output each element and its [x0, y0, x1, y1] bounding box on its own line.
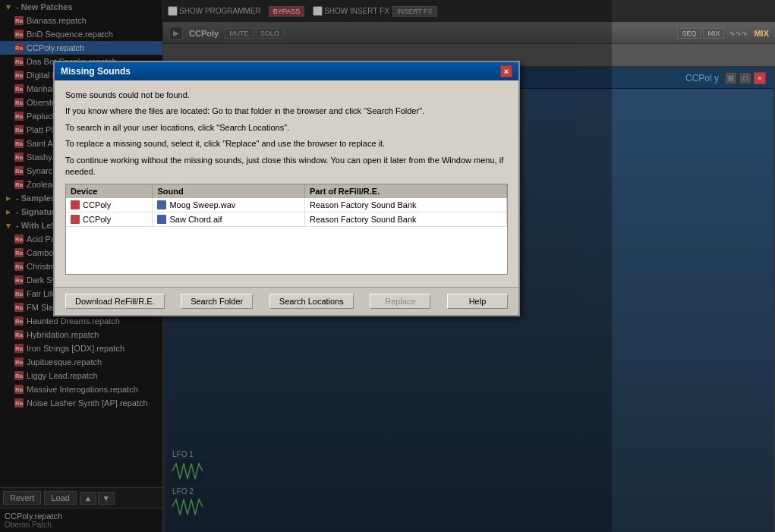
replace-button[interactable]: Replace — [370, 294, 430, 309]
device-icon — [71, 215, 80, 224]
row2-sound: Saw Chord.aif — [153, 212, 305, 227]
row2-device-name: CCPoly — [83, 215, 111, 224]
sound-icon — [157, 200, 166, 209]
oberon-btn2[interactable]: □ — [739, 72, 751, 84]
sound-icon — [157, 215, 166, 224]
row1-device-name: CCPoly — [83, 200, 111, 209]
oberon-patch-display: CCPol y — [685, 73, 719, 83]
mix-button[interactable]: MIX — [703, 28, 724, 39]
dialog-title: Missing Sounds — [61, 66, 131, 77]
oberon-btn1[interactable]: ⊟ — [725, 72, 737, 84]
seq-button[interactable]: SEQ — [677, 28, 701, 39]
dialog-message2: If you know where the files are located:… — [65, 105, 508, 117]
row1-refill: Reason Factory Sound Bank — [304, 198, 506, 212]
table-row[interactable]: CCPoly Moog Sweep.wav Reason Factory Sou… — [66, 198, 507, 212]
search-folder-button[interactable]: Search Folder — [181, 294, 253, 309]
table-row[interactable]: CCPoly Saw Chord.aif Reason Factory Soun… — [66, 212, 507, 227]
dialog-message4: To replace a missing sound, select it, c… — [65, 138, 508, 150]
search-locations-button[interactable]: Search Locations — [269, 294, 354, 309]
dialog-body: Some sounds could not be found. If you k… — [55, 80, 518, 287]
row1-sound-name: Moog Sweep.wav — [169, 200, 235, 209]
help-button[interactable]: Help — [447, 294, 508, 309]
missing-sounds-dialog: Missing Sounds × Some sounds could not b… — [53, 61, 520, 316]
col-refill: Part of ReFill/R.E. — [304, 184, 506, 198]
oberon-close-btn[interactable]: × — [754, 72, 766, 84]
row1-device: CCPoly — [66, 198, 153, 212]
waveform-display: ∿∿∿ — [729, 30, 748, 37]
dialog-message5: To continue working without the missing … — [65, 155, 508, 178]
dialog-message3: To search in all your user locations, cl… — [65, 122, 508, 134]
dialog-message1: Some sounds could not be found. — [65, 90, 508, 101]
device-icon — [71, 200, 80, 209]
dialog-titlebar: Missing Sounds × — [55, 62, 518, 80]
row2-sound-name: Saw Chord.aif — [169, 215, 222, 224]
col-device: Device — [66, 184, 153, 198]
row1-sound: Moog Sweep.wav — [153, 198, 305, 212]
dialog-table-container: Device Sound Part of ReFill/R.E. CCPoly — [65, 184, 508, 275]
mix-label-right: MIX — [754, 29, 769, 38]
dialog-footer: Download ReFill/R.E. Search Folder Searc… — [55, 287, 518, 315]
dialog-close-button[interactable]: × — [500, 65, 512, 77]
row2-refill: Reason Factory Sound Bank — [304, 212, 506, 227]
col-sound: Sound — [153, 184, 305, 198]
download-refill-button[interactable]: Download ReFill/R.E. — [65, 294, 165, 309]
sounds-table: Device Sound Part of ReFill/R.E. CCPoly — [66, 184, 507, 227]
row2-device: CCPoly — [66, 212, 153, 227]
